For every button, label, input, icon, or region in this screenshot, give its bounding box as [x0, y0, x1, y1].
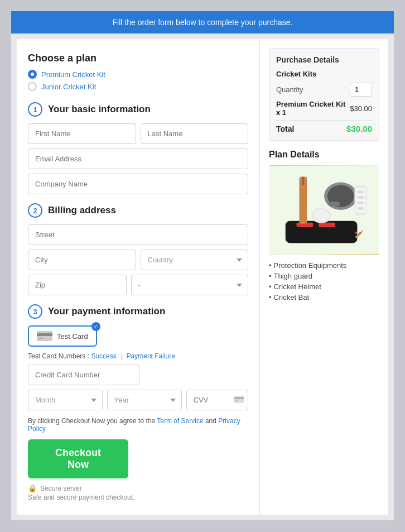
- terms-of-service-link[interactable]: Term of Service: [157, 417, 203, 425]
- section-number-1: 1: [28, 102, 42, 117]
- quantity-input[interactable]: [350, 83, 372, 97]
- svg-rect-9: [319, 223, 335, 227]
- name-row: [28, 123, 248, 144]
- svg-text:🏏: 🏏: [354, 229, 364, 239]
- quantity-row: Quantity: [276, 83, 372, 97]
- plan-option-premium[interactable]: Premium Cricket Kit: [28, 70, 248, 79]
- section-header-1: 1 Your basic information: [28, 102, 248, 117]
- lock-icon: 🔒: [28, 484, 37, 492]
- feature-item-2: • Cricket Helmet: [269, 282, 379, 291]
- month-select[interactable]: Month 010203 040506 070809 101112: [28, 390, 103, 410]
- credit-card-input[interactable]: [28, 365, 139, 385]
- street-row: [28, 224, 248, 245]
- email-row: [28, 148, 248, 169]
- purchase-divider: [276, 120, 372, 121]
- secure-server-text: Secure server: [40, 485, 82, 492]
- cc-number-row: [28, 365, 248, 385]
- plan-features-list: • Protection Equipments • Thigh guard • …: [269, 261, 379, 301]
- plan-label-premium: Premium Cricket Kit: [41, 70, 105, 79]
- section-title-2: Billing address: [48, 205, 116, 216]
- purchase-details-box: Purchase Details Cricket Kits Quantity P…: [269, 48, 379, 141]
- checkout-button[interactable]: Checkout Now: [28, 439, 128, 478]
- plan-label-junior: Junior Cricket Kit: [41, 83, 96, 91]
- section-number-2: 2: [28, 203, 42, 218]
- country-select[interactable]: Country United States United Kingdom Aus…: [141, 250, 249, 270]
- year-wrapper: Year 202420252026 202720282029 2030: [107, 390, 182, 410]
- terms-text: By clicking Checkout Now you agree to th…: [28, 417, 248, 433]
- svg-rect-5: [235, 400, 238, 401]
- svg-rect-19: [357, 196, 364, 199]
- right-panel: Purchase Details Cricket Kits Quantity P…: [260, 39, 388, 515]
- item-price: $30.00: [350, 104, 372, 113]
- company-row: [28, 174, 248, 194]
- banner-text: Fill the order form below to complete yo…: [113, 18, 293, 27]
- item-label: Premium Cricket Kit x 1: [276, 100, 350, 117]
- company-input[interactable]: [28, 174, 248, 194]
- email-input[interactable]: [28, 148, 248, 169]
- svg-rect-1: [37, 333, 52, 336]
- main-content: Choose a plan Premium Cricket Kit Junior…: [17, 39, 388, 515]
- quantity-label: Quantity: [276, 85, 303, 94]
- card-icon: [37, 331, 52, 341]
- purchase-details-title: Purchase Details: [276, 55, 372, 64]
- section-title-1: Your basic information: [48, 104, 151, 115]
- svg-rect-2: [38, 338, 43, 339]
- test-card-separator: |: [120, 352, 124, 360]
- secure-note: 🔒 Secure server: [28, 484, 248, 492]
- radio-junior[interactable]: [28, 82, 37, 91]
- test-card-success-link[interactable]: Success: [91, 352, 116, 360]
- last-name-input[interactable]: [141, 123, 249, 144]
- svg-point-23: [314, 210, 329, 221]
- section-header-2: 2 Billing address: [28, 203, 248, 218]
- page-wrapper: Fill the order form below to complete yo…: [11, 11, 394, 520]
- feature-item-3: • Cricket Bat: [269, 293, 379, 301]
- cvv-card-icon: [234, 395, 244, 405]
- radio-premium[interactable]: [28, 70, 37, 79]
- test-card-note: Test Card Numbers : Success | Payment Fa…: [28, 352, 248, 360]
- kit-name: Cricket Kits: [276, 70, 372, 78]
- item-row: Premium Cricket Kit x 1 $30.00: [276, 100, 372, 117]
- city-input[interactable]: [28, 250, 136, 270]
- month-wrapper: Month 010203 040506 070809 101112: [28, 390, 103, 410]
- svg-rect-4: [234, 397, 244, 399]
- street-input[interactable]: [28, 224, 248, 245]
- svg-rect-21: [357, 207, 364, 210]
- section-header-3: 3 Your payment information: [28, 304, 248, 319]
- section-number-3: 3: [28, 304, 42, 319]
- card-option-test[interactable]: Test Card ✓: [28, 325, 97, 347]
- top-banner: Fill the order form below to complete yo…: [11, 11, 394, 33]
- state-select[interactable]: -: [131, 275, 248, 295]
- first-name-input[interactable]: [28, 123, 136, 144]
- payment-row: Month 010203 040506 070809 101112 Year 2…: [28, 390, 248, 410]
- svg-rect-12: [302, 177, 304, 185]
- plan-option-junior[interactable]: Junior Cricket Kit: [28, 82, 248, 91]
- plan-section: Choose a plan Premium Cricket Kit Junior…: [28, 52, 248, 91]
- card-label: Test Card: [57, 332, 88, 341]
- svg-rect-3: [234, 396, 244, 403]
- svg-rect-15: [329, 202, 340, 206]
- plan-details-title: Plan Details: [269, 150, 379, 160]
- svg-rect-20: [357, 202, 364, 204]
- test-card-failure-link[interactable]: Payment Failure: [127, 352, 175, 360]
- feature-item-1: • Thigh guard: [269, 272, 379, 280]
- plan-section-title: Choose a plan: [28, 52, 248, 64]
- city-country-row: Country United States United Kingdom Aus…: [28, 250, 248, 270]
- total-price: $30.00: [346, 124, 372, 133]
- feature-item-0: • Protection Equipments: [269, 261, 379, 270]
- section-title-3: Your payment information: [48, 306, 165, 317]
- total-label: Total: [276, 124, 294, 133]
- svg-rect-18: [357, 190, 364, 193]
- secure-payment-text: Safe and secure payment checkout.: [28, 493, 248, 501]
- left-panel: Choose a plan Premium Cricket Kit Junior…: [17, 39, 260, 515]
- total-row: Total $30.00: [276, 124, 372, 133]
- zip-row: -: [28, 275, 248, 295]
- zip-input[interactable]: [28, 275, 127, 295]
- plan-image: 🏏: [269, 165, 379, 255]
- year-select[interactable]: Year 202420252026 202720282029 2030: [107, 390, 182, 410]
- test-card-prefix: Test Card Numbers :: [28, 352, 89, 360]
- card-check-icon: ✓: [91, 322, 100, 331]
- cvv-wrapper: [186, 390, 248, 410]
